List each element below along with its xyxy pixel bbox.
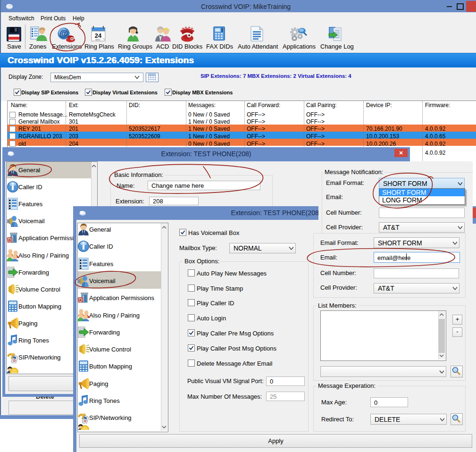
- svg-text:@: @: [59, 29, 68, 38]
- svg-text:MAY: MAY: [95, 38, 101, 41]
